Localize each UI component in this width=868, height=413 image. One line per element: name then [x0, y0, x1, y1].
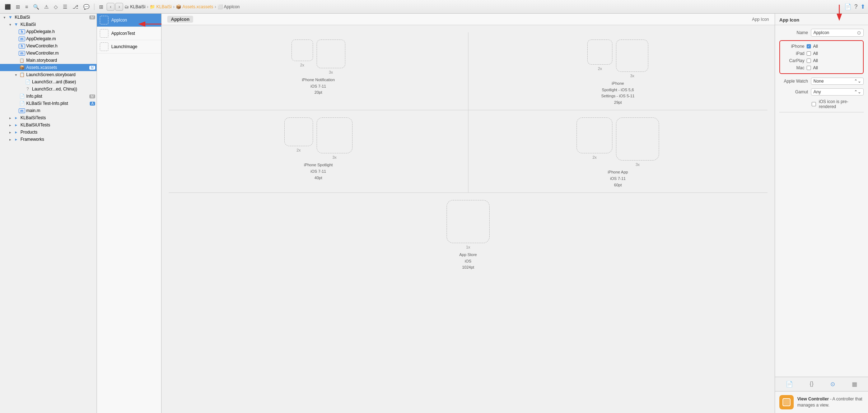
sidebar-item-launchscr-base[interactable]: 📄 LaunchScr...ard (Base)	[0, 78, 97, 85]
sidebar-item-appdelegate-m[interactable]: m AppDelegate.m	[0, 35, 97, 42]
sidebar-item-label: Info.plist	[26, 94, 88, 99]
sidebar-item-klbaisitests[interactable]: ▸ KLBaiSiTests	[0, 114, 97, 121]
search-icon[interactable]: 🔍	[31, 3, 41, 11]
sidebar-item-label: Products	[20, 130, 95, 135]
icon-slot-3x[interactable]	[616, 40, 648, 72]
view-switcher-icon[interactable]: ⊞	[97, 3, 105, 11]
apple-watch-row: Apple Watch None ⌃⌄	[779, 78, 864, 85]
device-row-ipad: iPad All	[783, 51, 860, 56]
sidebar-item-products[interactable]: ▸ Products	[0, 129, 97, 136]
inspector-vc-icon	[779, 395, 794, 409]
breadcrumb-appicon[interactable]: ⬜ AppIcon	[218, 4, 240, 9]
device-row-mac: Mac All	[783, 65, 860, 70]
mac-checkbox[interactable]	[807, 66, 811, 70]
nav-forward-button[interactable]: ›	[115, 3, 123, 11]
branch-icon[interactable]: ⎇	[71, 3, 80, 11]
sidebar-item-viewcontroller-h[interactable]: h ViewController.h	[0, 42, 97, 50]
asset-item-launchimage[interactable]: LaunchImage	[97, 40, 161, 54]
scale-text-3x: 3x	[329, 70, 333, 74]
sidebar-item-main-storyboard[interactable]: 📋 Main.storyboard	[0, 57, 97, 64]
code-tab-icon[interactable]: {}	[807, 379, 817, 389]
sidebar-item-viewcontroller-m[interactable]: m ViewController.m	[0, 50, 97, 57]
iphone-checkbox[interactable]: ✓	[807, 44, 811, 48]
carplay-checkbox[interactable]	[807, 59, 811, 63]
icon-slot-2x[interactable]	[291, 40, 313, 61]
icon-slot-2x[interactable]	[577, 117, 612, 153]
sidebar-item-label: LaunchScr...ed, China))	[32, 87, 95, 92]
asset-item-label: AppIcon	[111, 18, 127, 23]
sidebar-item-klbaisi-testinfo[interactable]: 📄 KLBaiSi Test-Info.plist A	[0, 100, 97, 107]
icon-slot-3x[interactable]	[317, 117, 353, 153]
icon-slot-3x[interactable]	[317, 40, 345, 68]
list-icon[interactable]: ☰	[61, 3, 69, 11]
gamut-label: Gamut	[779, 89, 808, 94]
sidebar-item-label: Main.storyboard	[26, 58, 95, 63]
sidebar-item-klbaisi-group[interactable]: ▼ KLBaiSi	[0, 21, 97, 28]
help-icon[interactable]: ?	[854, 4, 858, 10]
sidebar-item-label: AppDelegate.h	[26, 29, 95, 34]
sidebar-item-label: Assets.xcassets	[26, 65, 88, 70]
source-icon: m	[19, 51, 25, 56]
breadcrumb-klbaisi-2[interactable]: 📁 KLBaiSi	[150, 4, 172, 9]
file-tab-icon[interactable]: 📄	[783, 379, 796, 389]
grid-icon[interactable]: ⊞	[14, 3, 22, 11]
hierarchy-icon[interactable]: ≡	[23, 3, 30, 11]
scale-label-3x-left: 3x	[317, 40, 345, 75]
sidebar-item-assets-xcassets[interactable]: 📦 Assets.xcassets M	[0, 64, 97, 71]
toggle-sidebar-icon[interactable]: ⬛	[3, 3, 13, 11]
sidebar-item-launchscr-china[interactable]: ? LaunchScr...ed, China))	[0, 85, 97, 93]
inspector-title: View Controller	[797, 396, 829, 402]
scale-label-1x: 1x	[447, 200, 490, 250]
prerendered-checkbox[interactable]	[812, 102, 816, 106]
name-value-text: AppIcon	[813, 30, 829, 35]
attributes-tab-icon[interactable]: ⊙	[827, 379, 838, 389]
warning-icon[interactable]: ⚠	[42, 3, 51, 11]
nav-back-button[interactable]: ‹	[107, 3, 115, 11]
new-file-icon[interactable]: 📄	[844, 3, 851, 10]
icon-slot-2x[interactable]	[587, 40, 612, 65]
select-arrow-icon: ⌃⌄	[854, 89, 861, 94]
apple-watch-select[interactable]: None ⌃⌄	[811, 78, 864, 85]
gamut-select[interactable]: Any ⌃⌄	[811, 88, 864, 96]
storyboard-icon: 📋	[19, 58, 25, 63]
expand-icon	[1, 15, 7, 19]
name-value-field[interactable]: AppIcon ⊙	[811, 29, 864, 37]
breakpoint-icon[interactable]: ◇	[52, 3, 60, 11]
breadcrumb-klbaisi-1[interactable]: 🗂 KLBaiSi	[125, 4, 145, 9]
icon-slot-1x[interactable]	[447, 200, 490, 243]
file-icon: ?	[24, 87, 31, 92]
asset-item-appicontest[interactable]: AppIconTest	[97, 27, 161, 40]
icon-slot-2x[interactable]	[284, 117, 313, 146]
comment-icon[interactable]: 💬	[81, 3, 91, 11]
apple-watch-value: None	[813, 79, 824, 84]
ipad-checkbox[interactable]	[807, 51, 811, 56]
sidebar-item-appdelegate-h[interactable]: h AppDelegate.h	[0, 28, 97, 35]
scale-text-1x: 1x	[466, 245, 470, 249]
mac-label: Mac	[783, 65, 804, 70]
scale-text-2x: 2x	[598, 66, 602, 71]
toolbar-left: ⬛ ⊞ ≡ 🔍 ⚠ ◇ ☰ ⎇ 💬 ⊞ ‹ › 🗂 KLBaiSi › 📁 KL…	[3, 3, 842, 11]
asset-item-label: AppIconTest	[111, 31, 135, 36]
sidebar-item-klbaisuitests[interactable]: ▸ KLBaiSiUITests	[0, 121, 97, 129]
right-panel-body: Name AppIcon ⊙ iPhone ✓ All iPad A	[775, 25, 868, 377]
size-tab-icon[interactable]: ▦	[849, 379, 860, 389]
sidebar-item-info-plist[interactable]: 📄 Info.plist M	[0, 93, 97, 100]
name-stepper[interactable]: ⊙	[857, 30, 861, 36]
asset-item-appicon[interactable]: AppIcon	[97, 14, 161, 27]
sidebar-item-klbaisi-root[interactable]: ▼ KLBaiSi M	[0, 14, 97, 21]
inspector-text: View Controller - A controller that mana…	[797, 396, 864, 408]
asset-icon-launchimage	[100, 42, 108, 51]
scale-text-3x: 3x	[630, 74, 634, 78]
content-area: AppIcon App Icon 2x 3x	[162, 14, 775, 413]
source-control-icon[interactable]: ⬆	[860, 3, 865, 10]
sidebar-item-frameworks[interactable]: ▸ Frameworks	[0, 136, 97, 143]
breadcrumb-assets[interactable]: 📦 Assets.xcassets	[176, 4, 213, 9]
sidebar-item-main-m[interactable]: m main.m	[0, 107, 97, 114]
sidebar-item-label: LaunchScreen.storyboard	[26, 72, 95, 77]
iphone-app-label: iPhone AppiOS 7-1160pt	[608, 169, 628, 188]
expand-icon	[13, 73, 19, 77]
folder-icon: ▸	[13, 137, 19, 142]
icon-slot-3x[interactable]	[616, 117, 659, 161]
scale-labels-row: 2x 3x	[291, 40, 345, 75]
sidebar-item-launchscreen-storyboard[interactable]: 📋 LaunchScreen.storyboard	[0, 71, 97, 78]
